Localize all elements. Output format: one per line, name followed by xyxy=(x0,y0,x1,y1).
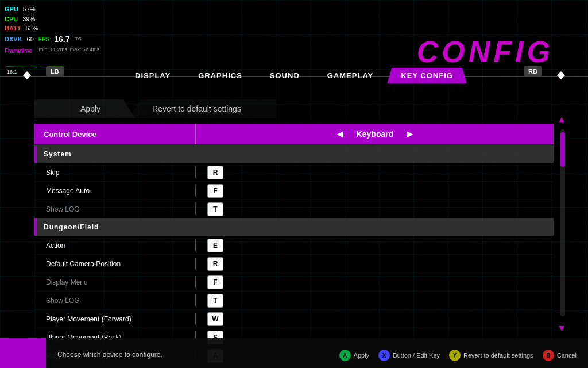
tab-display[interactable]: DISPLAY xyxy=(121,68,184,83)
ctrl-cancel-label: Cancel xyxy=(557,352,577,359)
setting-skip-value: R xyxy=(196,166,554,179)
ctrl-cancel-btn: B Cancel xyxy=(543,350,577,361)
ctrl-apply-btn: A Apply xyxy=(339,350,370,361)
hud-frame-time: 16.7 xyxy=(54,33,69,45)
settings-panel: ▲ ▼ Control Device ◄ Keyboard ► System S… xyxy=(34,124,554,334)
setting-action-label: Action xyxy=(34,241,195,250)
table-row[interactable]: Action E xyxy=(34,236,554,255)
nav-diamond-left xyxy=(23,71,31,79)
hud-graph xyxy=(5,56,74,68)
bottom-purple-accent xyxy=(0,338,46,368)
hud-gpu-label: GPU xyxy=(5,5,18,14)
ctrl-apply-label: Apply xyxy=(354,352,370,359)
nav-rb-button[interactable]: RB xyxy=(524,66,542,76)
hud-frame-time-unit: ms xyxy=(75,35,82,43)
control-device-name: Keyboard xyxy=(357,129,394,139)
nav-tab-list: DISPLAY GRAPHICS SOUND GAMEPLAY KEY CONF… xyxy=(121,68,467,83)
section-system-header: System xyxy=(34,145,554,163)
ctrl-a-circle: A xyxy=(339,350,351,361)
setting-showlog2-value: T xyxy=(196,294,554,308)
config-title: CONFIG xyxy=(417,34,554,69)
control-arrow-right[interactable]: ► xyxy=(405,128,415,140)
hud-cpu-value: 39% xyxy=(22,14,35,24)
control-device-row[interactable]: Control Device ◄ Keyboard ► xyxy=(34,124,554,144)
revert-button[interactable]: Revert to default settings xyxy=(129,99,276,118)
hud-minmax: min: 11.2ms, max: 52.4ms xyxy=(39,46,100,54)
table-row[interactable]: Player Movement (Forward) W xyxy=(34,310,554,328)
table-row[interactable]: Display Menu F xyxy=(34,273,554,292)
scrollbar[interactable] xyxy=(560,129,565,316)
tab-sound[interactable]: SOUND xyxy=(256,68,314,83)
tab-graphics[interactable]: GRAPHICS xyxy=(184,68,256,83)
key-badge-w[interactable]: W xyxy=(207,312,223,326)
section-dungeon-label: Dungeon/Field xyxy=(37,223,99,231)
table-row[interactable]: Show LOG T xyxy=(34,292,554,310)
ctrl-b-circle: B xyxy=(543,350,554,361)
hud-dxvk-label: DXVK xyxy=(5,34,22,44)
bottom-help-text: Choose which device to configure. xyxy=(57,351,163,359)
setting-camera-value: R xyxy=(196,257,554,271)
setting-message-auto-label: Message Auto xyxy=(34,187,195,195)
hud-batt-label: BATT xyxy=(5,24,21,33)
key-badge-r[interactable]: R xyxy=(207,166,223,179)
ctrl-revert-label: Revert to default settings xyxy=(463,352,533,359)
ctrl-edit-label: Button / Edit Key xyxy=(393,352,440,359)
hud-gpu-value: 57% xyxy=(23,5,36,14)
setting-forward-label: Player Movement (Forward) xyxy=(34,315,195,323)
scroll-down-arrow[interactable]: ▼ xyxy=(557,323,566,334)
hud-cpu-label: CPU xyxy=(5,14,18,24)
hud-batt-value: 63% xyxy=(26,24,38,33)
table-row[interactable]: Show LOG T xyxy=(34,200,554,218)
table-row[interactable]: Default Camera Position R xyxy=(34,255,554,273)
key-badge-t2[interactable]: T xyxy=(207,294,223,308)
table-row[interactable]: Message Auto F xyxy=(34,182,554,200)
setting-showlog-label: Show LOG xyxy=(34,205,195,213)
scrollbar-thumb[interactable] xyxy=(560,132,565,167)
ctrl-y-circle: Y xyxy=(449,350,461,361)
hud-panel: GPU 57% CPU 39% BATT 63% DXVK 60 FPS 16.… xyxy=(5,5,99,76)
ctrl-edit-btn: X Button / Edit Key xyxy=(378,350,440,361)
tab-key-config[interactable]: KEY CONFIG xyxy=(387,68,467,83)
nav-diamond-right xyxy=(557,71,565,79)
nav-lb-button[interactable]: LB xyxy=(46,66,64,76)
nav-tabs: LB DISPLAY GRAPHICS SOUND GAMEPLAY KEY C… xyxy=(0,68,588,83)
control-arrow-left[interactable]: ◄ xyxy=(335,128,345,140)
setting-skip-label: Skip xyxy=(34,168,195,177)
ctrl-revert-btn: Y Revert to default settings xyxy=(449,350,533,361)
action-row: Apply Revert to default settings xyxy=(34,99,554,118)
hud-frametime-label: Frametime xyxy=(5,47,32,55)
control-device-label: Control Device xyxy=(34,130,195,139)
key-badge-r2[interactable]: R xyxy=(207,257,223,271)
setting-camera-label: Default Camera Position xyxy=(34,260,195,268)
bottom-controls: A Apply X Button / Edit Key Y Revert to … xyxy=(339,350,577,361)
tab-gameplay[interactable]: GAMEPLAY xyxy=(314,68,387,83)
section-system-label: System xyxy=(37,150,72,158)
key-badge-t[interactable]: T xyxy=(207,202,223,216)
scroll-up-arrow[interactable]: ▲ xyxy=(557,114,566,125)
setting-display-menu-label: Display Menu xyxy=(34,278,195,286)
bottom-bar: Choose which device to configure. A Appl… xyxy=(0,338,588,368)
setting-display-menu-value: F xyxy=(196,275,554,289)
control-device-value: ◄ Keyboard ► xyxy=(196,128,554,140)
ctrl-x-circle: X xyxy=(378,350,390,361)
table-row[interactable]: Skip R xyxy=(34,163,554,182)
key-badge-f[interactable]: F xyxy=(207,184,223,198)
setting-forward-value: W xyxy=(196,312,554,326)
setting-message-auto-value: F xyxy=(196,184,554,198)
hud-dxvk-value: 60 xyxy=(27,34,34,44)
setting-action-value: E xyxy=(196,239,554,252)
key-badge-e[interactable]: E xyxy=(207,239,223,252)
hud-fps-label: FPS xyxy=(38,35,49,44)
section-dungeon-header: Dungeon/Field xyxy=(34,218,554,236)
setting-showlog2-label: Show LOG xyxy=(34,297,195,305)
apply-button[interactable]: Apply xyxy=(34,99,135,118)
key-badge-f2[interactable]: F xyxy=(207,275,223,289)
setting-showlog-value: T xyxy=(196,202,554,216)
